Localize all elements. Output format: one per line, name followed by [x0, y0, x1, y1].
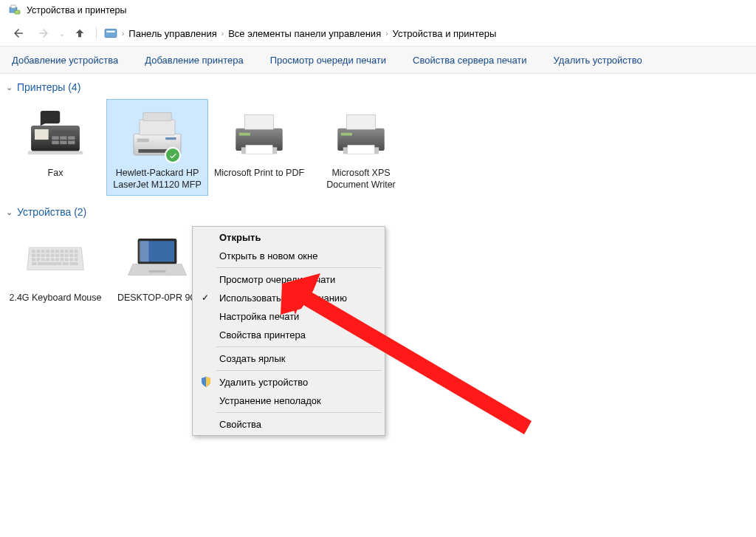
nav-separator [96, 27, 97, 39]
svg-marker-68 [139, 242, 148, 262]
device-item-keyboard-mouse[interactable]: 2.4G Keyboard Mouse [4, 224, 106, 309]
svg-rect-64 [63, 262, 69, 265]
forward-button[interactable] [34, 24, 53, 43]
menu-item-printer-props[interactable]: Свойства принтера [194, 326, 383, 344]
toolbar-add-device[interactable]: Добавление устройства [12, 55, 118, 66]
chevron-right-icon: › [122, 30, 124, 38]
svg-rect-40 [69, 250, 73, 253]
device-item-fax[interactable]: Fax [4, 99, 106, 196]
svg-rect-12 [52, 141, 58, 145]
svg-rect-3 [105, 29, 117, 37]
svg-rect-36 [51, 250, 55, 253]
menu-item-open[interactable]: Открыть [194, 228, 383, 247]
breadcrumb[interactable]: › Панель управления › Все элементы панел… [104, 27, 747, 40]
group-header-printers[interactable]: ⌄ Принтеры (4) [4, 78, 752, 96]
svg-rect-47 [55, 254, 59, 257]
menu-separator [216, 370, 382, 371]
svg-rect-58 [60, 259, 63, 261]
svg-rect-26 [246, 145, 272, 154]
menu-item-view-queue[interactable]: Просмотр очереди печати [194, 270, 383, 289]
device-item-hp-laserjet[interactable]: Hewlett-Packard HP LaserJet M1120 MFP [106, 99, 208, 196]
device-item-xps-writer[interactable]: Microsoft XPS Document Writer [310, 99, 412, 196]
up-button[interactable] [71, 24, 89, 42]
svg-rect-4 [106, 31, 114, 33]
svg-rect-33 [36, 250, 40, 253]
svg-rect-29 [341, 133, 352, 136]
back-button[interactable] [9, 24, 28, 43]
svg-rect-54 [41, 259, 45, 261]
svg-rect-51 [75, 254, 78, 257]
svg-rect-52 [32, 259, 35, 261]
svg-rect-45 [46, 254, 49, 257]
toolbar-view-queue[interactable]: Просмотр очереди печати [270, 55, 386, 66]
fax-icon [27, 109, 84, 160]
svg-rect-2 [15, 10, 20, 14]
svg-rect-20 [165, 137, 176, 140]
svg-rect-21 [137, 139, 149, 143]
svg-rect-62 [32, 262, 36, 265]
svg-rect-50 [69, 254, 73, 257]
menu-item-print-settings[interactable]: Настройка печати [194, 307, 383, 326]
svg-rect-65 [69, 262, 78, 265]
svg-rect-44 [41, 254, 45, 257]
chevron-down-icon: ⌄ [6, 208, 13, 217]
svg-rect-63 [38, 262, 61, 265]
svg-rect-55 [46, 259, 49, 261]
svg-rect-59 [65, 259, 69, 261]
svg-rect-11 [68, 136, 75, 140]
menu-item-troubleshoot[interactable]: Устранение неполадок [194, 391, 383, 410]
svg-rect-46 [51, 254, 55, 257]
svg-rect-42 [32, 254, 35, 257]
breadcrumb-item-0[interactable]: Панель управления [128, 28, 216, 39]
breadcrumb-item-1[interactable]: Все элементы панели управления [228, 28, 381, 39]
svg-rect-48 [60, 254, 63, 257]
svg-rect-38 [60, 250, 63, 253]
toolbar-server-props[interactable]: Свойства сервера печати [413, 55, 527, 66]
svg-rect-18 [140, 120, 175, 135]
svg-rect-7 [35, 129, 49, 140]
breadcrumb-item-2[interactable]: Устройства и принтеры [393, 28, 497, 39]
shield-icon [200, 376, 212, 388]
svg-rect-37 [55, 250, 59, 253]
menu-separator [216, 412, 382, 413]
printer-icon [332, 109, 390, 160]
svg-rect-8 [52, 131, 76, 134]
group-header-devices[interactable]: ⌄ Устройства (2) [4, 203, 752, 221]
svg-rect-43 [36, 254, 40, 257]
devices-printers-icon [9, 4, 21, 16]
titlebar: Устройства и принтеры [0, 0, 756, 21]
recent-dropdown[interactable]: ⌄ [59, 30, 65, 38]
device-label: DESKTOP-0PR 9Q [110, 293, 205, 304]
context-menu: Открыть Открыть в новом окне Просмотр оч… [192, 226, 385, 436]
default-check-badge [165, 147, 181, 163]
svg-rect-19 [143, 112, 171, 120]
device-label: Fax [8, 168, 103, 179]
chevron-down-icon: ⌄ [6, 83, 13, 92]
svg-rect-1 [11, 5, 16, 8]
device-label: Microsoft XPS Document Writer [314, 168, 408, 191]
menu-item-remove-device[interactable]: Удалить устройство [194, 373, 383, 391]
toolbar-remove-device[interactable]: Удалить устройство [554, 55, 642, 66]
toolbar-add-printer[interactable]: Добавление принтера [145, 55, 243, 66]
menu-item-set-default[interactable]: Использовать по умолчанию [194, 289, 383, 307]
menu-separator [216, 267, 382, 268]
chevron-right-icon: › [385, 30, 388, 38]
group-label-devices: Устройства (2) [17, 206, 86, 218]
svg-rect-28 [346, 115, 375, 130]
svg-rect-23 [244, 115, 273, 130]
toolbar: Добавление устройства Добавление принтер… [0, 46, 756, 74]
svg-rect-9 [52, 136, 58, 140]
menu-item-properties[interactable]: Свойства [194, 415, 383, 434]
device-item-print-to-pdf[interactable]: Microsoft Print to PDF [208, 99, 310, 196]
menu-item-create-shortcut[interactable]: Создать ярлык [194, 349, 383, 368]
menu-separator [216, 346, 382, 347]
svg-rect-60 [69, 259, 73, 261]
navbar: ⌄ › Панель управления › Все элементы пан… [0, 21, 756, 46]
svg-rect-35 [46, 250, 49, 253]
svg-rect-13 [60, 141, 66, 145]
svg-rect-15 [28, 151, 83, 155]
svg-rect-24 [239, 133, 250, 136]
printers-row: Fax Hewlett-Packard HP LaserJet M1120 MF… [4, 96, 752, 203]
menu-item-open-new-window[interactable]: Открыть в новом окне [194, 247, 383, 265]
laptop-icon [126, 235, 188, 284]
